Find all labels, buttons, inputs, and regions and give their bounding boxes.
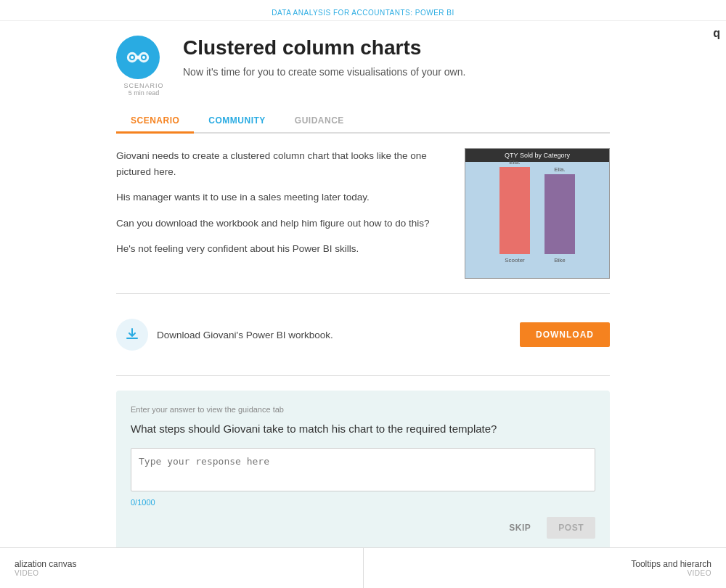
scenario-icon bbox=[116, 36, 160, 79]
chart-title: QTY Sold by Category bbox=[465, 149, 609, 162]
divider-2 bbox=[116, 375, 610, 376]
tab-community[interactable]: COMMUNITY bbox=[194, 108, 280, 134]
bar-2 bbox=[544, 174, 575, 254]
post-button[interactable]: POST bbox=[547, 517, 595, 539]
scenario-para-2: His manager wants it to use in a sales m… bbox=[116, 189, 450, 205]
page-title: Clustered column charts bbox=[183, 36, 465, 60]
char-count: 0/1000 bbox=[131, 498, 595, 507]
bar2-label-top: Ella. bbox=[554, 166, 566, 173]
svg-point-5 bbox=[131, 56, 134, 59]
svg-rect-2 bbox=[136, 56, 140, 60]
divider-1 bbox=[116, 293, 610, 294]
scenario-para-1: Giovani needs to create a clustered colu… bbox=[116, 148, 450, 179]
scenario-text: Giovani needs to create a clustered colu… bbox=[116, 148, 450, 279]
bar-group-2: Ella. Bike bbox=[544, 166, 575, 264]
download-button[interactable]: DOWNLOAD bbox=[520, 322, 610, 347]
download-section: Download Giovani's Power BI workbook. DO… bbox=[116, 309, 610, 361]
read-time: 5 min read bbox=[129, 89, 160, 97]
top-right-indicator: q bbox=[713, 27, 720, 40]
chart-preview: QTY Sold by Category Ella. Scooter Ella.… bbox=[465, 148, 610, 279]
tabs-bar: SCENARIO COMMUNITY GUIDANCE bbox=[116, 108, 610, 134]
bar1-bottom-label: Scooter bbox=[505, 257, 525, 264]
download-label: Download Giovani's Power BI workbook. bbox=[157, 330, 333, 340]
scenario-label: SCENARIO bbox=[123, 82, 163, 89]
prev-nav-type: VIDEO bbox=[15, 569, 363, 577]
download-icon bbox=[124, 327, 140, 343]
svg-point-6 bbox=[142, 56, 145, 59]
guidance-section: Enter your answer to view the guidance t… bbox=[116, 391, 610, 553]
tab-scenario[interactable]: SCENARIO bbox=[116, 108, 194, 134]
bar-group-1: Ella. Scooter bbox=[499, 159, 530, 264]
guidance-question: What steps should Giovani take to match … bbox=[131, 421, 595, 436]
prev-nav-label: alization canvas bbox=[15, 559, 363, 569]
bottom-nav-right[interactable]: Tooltips and hierarch VIDEO bbox=[364, 548, 727, 588]
next-nav-type: VIDEO bbox=[687, 569, 711, 577]
action-buttons: SKIP POST bbox=[131, 517, 595, 539]
bar2-bottom-label: Bike bbox=[554, 257, 566, 264]
skip-button[interactable]: SKIP bbox=[500, 517, 539, 539]
next-nav-label: Tooltips and hierarch bbox=[631, 559, 711, 569]
bottom-nav-left[interactable]: alization canvas VIDEO bbox=[0, 548, 364, 588]
guidance-hint: Enter your answer to view the guidance t… bbox=[131, 405, 595, 414]
bar1-label-top: Ella. bbox=[509, 159, 521, 166]
download-left: Download Giovani's Power BI workbook. bbox=[116, 319, 333, 351]
scenario-para-4: He's not feeling very confident about hi… bbox=[116, 241, 450, 257]
tab-guidance[interactable]: GUIDANCE bbox=[280, 108, 359, 134]
download-icon-circle bbox=[116, 319, 148, 351]
scenario-para-3: Can you download the workbook and help h… bbox=[116, 216, 450, 232]
response-textarea[interactable] bbox=[131, 448, 595, 491]
breadcrumb: DATA ANALYSIS FOR ACCOUNTANTS: POWER BI bbox=[272, 9, 454, 17]
bottom-nav: alization canvas VIDEO Tooltips and hier… bbox=[0, 547, 726, 588]
bar-1 bbox=[499, 167, 530, 254]
page-subtitle: Now it's time for you to create some vis… bbox=[183, 66, 465, 78]
chart-area: Ella. Scooter Ella. Bike bbox=[465, 162, 609, 278]
